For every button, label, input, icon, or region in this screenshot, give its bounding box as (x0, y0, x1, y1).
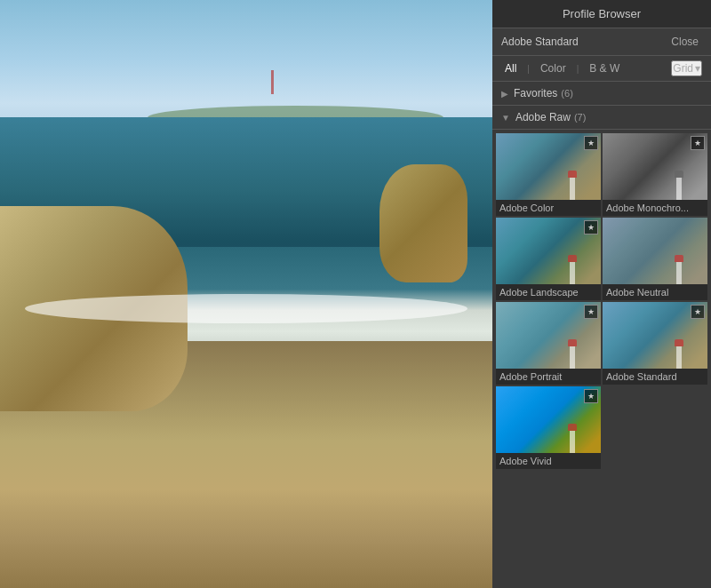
lighthouse-icon (676, 262, 682, 284)
profile-item-adobe-vivid[interactable]: ★ Adobe Vivid (496, 386, 601, 469)
adobe-neutral-thumb (603, 218, 707, 284)
rock-right (379, 164, 468, 282)
favorites-count: (6) (561, 88, 572, 99)
lighthouse-top-icon (675, 171, 683, 178)
adobe-neutral-image (603, 218, 707, 284)
main-photo-area (0, 0, 492, 588)
adobe-landscape-label: Adobe Landscape (496, 284, 601, 300)
adobe-neutral-label: Adobe Neutral (603, 284, 707, 300)
adobe-portrait-label: Adobe Portrait (496, 369, 601, 385)
favorites-label: Favorites (514, 87, 557, 99)
favorites-arrow-icon: ▶ (501, 89, 508, 99)
adobe-vivid-thumb: ★ (496, 386, 601, 453)
top-bar: Adobe Standard Close (492, 28, 711, 56)
adobe-raw-label: Adobe Raw (515, 111, 571, 123)
adobe-raw-section-header[interactable]: ▼ Adobe Raw (7) (492, 106, 711, 130)
lighthouse-top-icon (675, 255, 683, 262)
filter-color-button[interactable]: Color (537, 60, 570, 76)
adobe-color-star[interactable]: ★ (584, 136, 598, 150)
lighthouse-icon (570, 178, 575, 200)
adobe-portrait-thumb: ★ (496, 302, 601, 369)
lighthouse-top-icon (568, 255, 577, 262)
lighthouse-top-icon (568, 424, 577, 431)
adobe-vivid-label: Adobe Vivid (496, 453, 601, 469)
profile-grid: ★ Adobe Color ★ Adobe Monochro... (492, 130, 711, 473)
filter-right: Grid ▾ (671, 60, 702, 76)
filter-divider-1: | (527, 64, 530, 74)
grid-label: Grid (673, 62, 693, 75)
adobe-landscape-thumb: ★ (496, 218, 601, 284)
lighthouse-icon (676, 178, 682, 200)
lighthouse-top-icon (675, 339, 683, 346)
adobe-standard-label: Adobe Standard (603, 369, 707, 385)
filter-bar: All | Color | B & W Grid ▾ (492, 56, 711, 82)
adobe-standard-star[interactable]: ★ (691, 305, 705, 319)
adobe-mono-label: Adobe Monochro... (603, 200, 707, 216)
adobe-color-label: Adobe Color (496, 200, 601, 216)
sidebar-header: Profile Browser (492, 0, 711, 28)
current-profile-name: Adobe Standard (501, 36, 579, 48)
profile-item-adobe-portrait[interactable]: ★ Adobe Portrait (496, 302, 601, 385)
profile-item-adobe-landscape[interactable]: ★ Adobe Landscape (496, 218, 601, 300)
grid-view-button[interactable]: Grid ▾ (671, 60, 702, 76)
lighthouse-icon (570, 431, 575, 453)
sailboat (271, 70, 274, 93)
lighthouse-icon (676, 346, 682, 369)
profile-item-adobe-mono[interactable]: ★ Adobe Monochro... (603, 133, 707, 216)
sidebar-title: Profile Browser (503, 7, 700, 20)
profile-item-adobe-neutral[interactable]: Adobe Neutral (603, 218, 707, 300)
adobe-landscape-star[interactable]: ★ (584, 220, 598, 234)
profile-scroll[interactable]: ▶ Favorites (6) ▼ Adobe Raw (7) ★ Adobe … (492, 82, 711, 588)
lighthouse-top-icon (568, 339, 577, 346)
adobe-raw-count: (7) (574, 112, 586, 123)
water-foam (25, 294, 468, 323)
lighthouse-top-icon (568, 171, 577, 178)
lighthouse-icon (570, 262, 575, 284)
filter-bw-button[interactable]: B & W (586, 60, 623, 76)
adobe-standard-thumb: ★ (603, 302, 707, 369)
chevron-down-icon: ▾ (695, 62, 700, 75)
filter-all-button[interactable]: All (501, 60, 520, 76)
lighthouse-icon (570, 346, 575, 369)
profile-item-adobe-color[interactable]: ★ Adobe Color (496, 133, 601, 216)
photo-scene (0, 0, 492, 588)
adobe-vivid-star[interactable]: ★ (584, 389, 598, 403)
filter-divider-2: | (577, 64, 579, 74)
favorites-section-header[interactable]: ▶ Favorites (6) (492, 82, 711, 106)
adobe-mono-thumb: ★ (603, 133, 707, 200)
sidebar: Profile Browser Adobe Standard Close All… (492, 0, 711, 588)
adobe-raw-arrow-icon: ▼ (501, 113, 510, 123)
adobe-portrait-star[interactable]: ★ (584, 305, 598, 319)
close-button[interactable]: Close (667, 34, 702, 50)
adobe-mono-star[interactable]: ★ (691, 136, 705, 150)
adobe-color-thumb: ★ (496, 133, 601, 200)
profile-item-adobe-standard[interactable]: ★ Adobe Standard (603, 302, 707, 385)
